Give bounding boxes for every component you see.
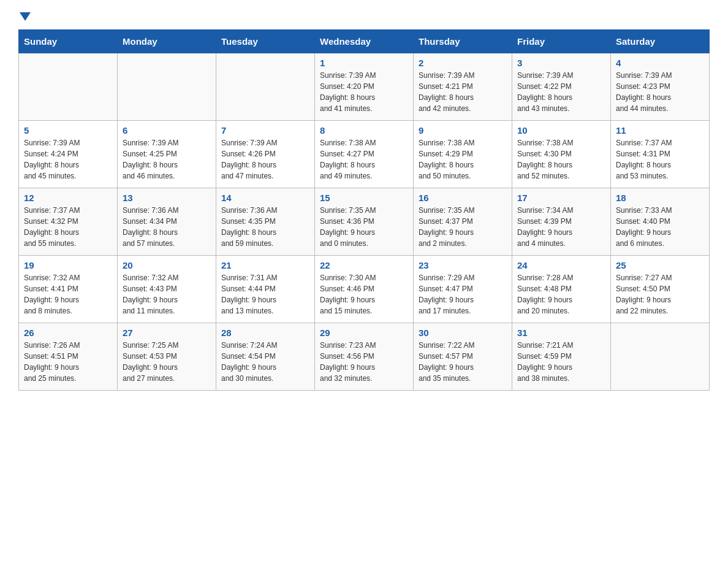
day-number: 23: [419, 260, 507, 270]
page-header: [18, 15, 710, 23]
calendar-cell: 21Sunrise: 7:31 AM Sunset: 4:44 PM Dayli…: [216, 256, 315, 323]
day-number: 10: [517, 125, 605, 136]
day-info: Sunrise: 7:24 AM Sunset: 4:54 PM Dayligh…: [221, 340, 309, 384]
day-number: 22: [320, 260, 408, 270]
day-info: Sunrise: 7:27 AM Sunset: 4:50 PM Dayligh…: [616, 272, 704, 316]
day-info: Sunrise: 7:31 AM Sunset: 4:44 PM Dayligh…: [221, 272, 309, 316]
calendar-cell: 18Sunrise: 7:33 AM Sunset: 4:40 PM Dayli…: [611, 188, 710, 256]
calendar-header: SundayMondayTuesdayWednesdayThursdayFrid…: [19, 30, 710, 53]
day-info: Sunrise: 7:38 AM Sunset: 4:27 PM Dayligh…: [320, 137, 408, 182]
day-info: Sunrise: 7:22 AM Sunset: 4:57 PM Dayligh…: [419, 340, 507, 384]
calendar-cell: 6Sunrise: 7:39 AM Sunset: 4:25 PM Daylig…: [118, 121, 216, 188]
calendar-cell: 8Sunrise: 7:38 AM Sunset: 4:27 PM Daylig…: [315, 121, 414, 188]
day-number: 31: [517, 327, 605, 338]
day-number: 8: [320, 125, 408, 136]
calendar-cell: [216, 53, 315, 121]
day-number: 17: [517, 193, 605, 203]
day-info: Sunrise: 7:39 AM Sunset: 4:21 PM Dayligh…: [419, 70, 507, 114]
day-info: Sunrise: 7:38 AM Sunset: 4:29 PM Dayligh…: [419, 137, 507, 182]
day-number: 27: [123, 327, 211, 338]
day-info: Sunrise: 7:37 AM Sunset: 4:31 PM Dayligh…: [616, 137, 704, 182]
calendar-week-row: 26Sunrise: 7:26 AM Sunset: 4:51 PM Dayli…: [19, 323, 710, 391]
calendar-week-row: 19Sunrise: 7:32 AM Sunset: 4:41 PM Dayli…: [19, 256, 710, 323]
calendar-cell: 11Sunrise: 7:37 AM Sunset: 4:31 PM Dayli…: [611, 121, 710, 188]
calendar-cell: 23Sunrise: 7:29 AM Sunset: 4:47 PM Dayli…: [414, 256, 512, 323]
day-number: 3: [517, 58, 605, 68]
day-info: Sunrise: 7:23 AM Sunset: 4:56 PM Dayligh…: [320, 340, 408, 384]
calendar-cell: 27Sunrise: 7:25 AM Sunset: 4:53 PM Dayli…: [118, 323, 216, 391]
calendar-table: SundayMondayTuesdayWednesdayThursdayFrid…: [18, 29, 710, 391]
calendar-cell: 31Sunrise: 7:21 AM Sunset: 4:59 PM Dayli…: [512, 323, 611, 391]
day-info: Sunrise: 7:35 AM Sunset: 4:36 PM Dayligh…: [320, 205, 408, 249]
day-info: Sunrise: 7:36 AM Sunset: 4:35 PM Dayligh…: [221, 205, 309, 249]
day-number: 15: [320, 193, 408, 203]
calendar-cell: 17Sunrise: 7:34 AM Sunset: 4:39 PM Dayli…: [512, 188, 611, 256]
day-info: Sunrise: 7:28 AM Sunset: 4:48 PM Dayligh…: [517, 272, 605, 316]
day-of-week-wednesday: Wednesday: [315, 30, 414, 53]
calendar-week-row: 1Sunrise: 7:39 AM Sunset: 4:20 PM Daylig…: [19, 53, 710, 121]
calendar-cell: [19, 53, 118, 121]
calendar-cell: 4Sunrise: 7:39 AM Sunset: 4:23 PM Daylig…: [611, 53, 710, 121]
day-info: Sunrise: 7:35 AM Sunset: 4:37 PM Dayligh…: [419, 205, 507, 249]
calendar-cell: 1Sunrise: 7:39 AM Sunset: 4:20 PM Daylig…: [315, 53, 414, 121]
calendar-cell: 16Sunrise: 7:35 AM Sunset: 4:37 PM Dayli…: [414, 188, 512, 256]
day-of-week-thursday: Thursday: [414, 30, 512, 53]
calendar-cell: 19Sunrise: 7:32 AM Sunset: 4:41 PM Dayli…: [19, 256, 118, 323]
day-number: 12: [24, 193, 112, 203]
logo-triangle-icon: [20, 12, 31, 21]
day-of-week-monday: Monday: [118, 30, 216, 53]
day-info: Sunrise: 7:38 AM Sunset: 4:30 PM Dayligh…: [517, 137, 605, 182]
day-info: Sunrise: 7:25 AM Sunset: 4:53 PM Dayligh…: [123, 340, 211, 384]
day-number: 28: [221, 327, 309, 338]
day-number: 26: [24, 327, 112, 338]
day-number: 9: [419, 125, 507, 136]
calendar-cell: 7Sunrise: 7:39 AM Sunset: 4:26 PM Daylig…: [216, 121, 315, 188]
day-number: 1: [320, 58, 408, 68]
calendar-cell: 9Sunrise: 7:38 AM Sunset: 4:29 PM Daylig…: [414, 121, 512, 188]
day-number: 6: [123, 125, 211, 136]
day-number: 2: [419, 58, 507, 68]
day-number: 21: [221, 260, 309, 270]
day-number: 25: [616, 260, 704, 270]
calendar-cell: 24Sunrise: 7:28 AM Sunset: 4:48 PM Dayli…: [512, 256, 611, 323]
days-of-week-row: SundayMondayTuesdayWednesdayThursdayFrid…: [19, 30, 710, 53]
day-number: 16: [419, 193, 507, 203]
calendar-cell: [611, 323, 710, 391]
day-of-week-friday: Friday: [512, 30, 611, 53]
calendar-cell: [118, 53, 216, 121]
day-info: Sunrise: 7:39 AM Sunset: 4:24 PM Dayligh…: [24, 137, 112, 182]
day-info: Sunrise: 7:39 AM Sunset: 4:20 PM Dayligh…: [320, 70, 408, 114]
logo: [18, 15, 31, 23]
day-number: 11: [616, 125, 704, 136]
day-number: 19: [24, 260, 112, 270]
day-number: 5: [24, 125, 112, 136]
day-number: 13: [123, 193, 211, 203]
day-info: Sunrise: 7:34 AM Sunset: 4:39 PM Dayligh…: [517, 205, 605, 249]
day-info: Sunrise: 7:37 AM Sunset: 4:32 PM Dayligh…: [24, 205, 112, 249]
calendar-cell: 2Sunrise: 7:39 AM Sunset: 4:21 PM Daylig…: [414, 53, 512, 121]
day-number: 30: [419, 327, 507, 338]
day-info: Sunrise: 7:36 AM Sunset: 4:34 PM Dayligh…: [123, 205, 211, 249]
day-number: 4: [616, 58, 704, 68]
day-info: Sunrise: 7:39 AM Sunset: 4:26 PM Dayligh…: [221, 137, 309, 182]
day-number: 18: [616, 193, 704, 203]
day-number: 14: [221, 193, 309, 203]
calendar-cell: 28Sunrise: 7:24 AM Sunset: 4:54 PM Dayli…: [216, 323, 315, 391]
calendar-cell: 15Sunrise: 7:35 AM Sunset: 4:36 PM Dayli…: [315, 188, 414, 256]
day-info: Sunrise: 7:21 AM Sunset: 4:59 PM Dayligh…: [517, 340, 605, 384]
calendar-cell: 22Sunrise: 7:30 AM Sunset: 4:46 PM Dayli…: [315, 256, 414, 323]
calendar-cell: 5Sunrise: 7:39 AM Sunset: 4:24 PM Daylig…: [19, 121, 118, 188]
calendar-cell: 10Sunrise: 7:38 AM Sunset: 4:30 PM Dayli…: [512, 121, 611, 188]
day-info: Sunrise: 7:39 AM Sunset: 4:25 PM Dayligh…: [123, 137, 211, 182]
day-info: Sunrise: 7:30 AM Sunset: 4:46 PM Dayligh…: [320, 272, 408, 316]
day-number: 7: [221, 125, 309, 136]
day-of-week-sunday: Sunday: [19, 30, 118, 53]
calendar-cell: 20Sunrise: 7:32 AM Sunset: 4:43 PM Dayli…: [118, 256, 216, 323]
day-of-week-saturday: Saturday: [611, 30, 710, 53]
calendar-cell: 29Sunrise: 7:23 AM Sunset: 4:56 PM Dayli…: [315, 323, 414, 391]
calendar-body: 1Sunrise: 7:39 AM Sunset: 4:20 PM Daylig…: [19, 53, 710, 391]
day-number: 29: [320, 327, 408, 338]
calendar-cell: 25Sunrise: 7:27 AM Sunset: 4:50 PM Dayli…: [611, 256, 710, 323]
calendar-cell: 3Sunrise: 7:39 AM Sunset: 4:22 PM Daylig…: [512, 53, 611, 121]
calendar-week-row: 5Sunrise: 7:39 AM Sunset: 4:24 PM Daylig…: [19, 121, 710, 188]
